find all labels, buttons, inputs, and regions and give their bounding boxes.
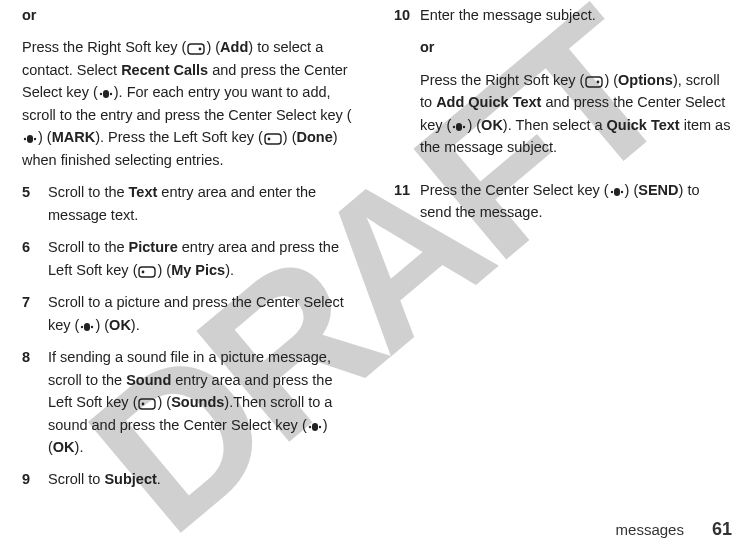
center-select-key-icon (452, 121, 466, 133)
done-label: Done (297, 129, 333, 145)
svg-point-3 (110, 93, 112, 95)
step-number: 8 (22, 346, 48, 458)
svg-rect-24 (456, 123, 462, 131)
recent-calls-label: Recent Calls (121, 62, 208, 78)
svg-point-17 (309, 425, 311, 427)
or-label: or (22, 4, 360, 26)
send-label: SEND (638, 182, 678, 198)
svg-rect-0 (188, 44, 204, 54)
svg-rect-8 (265, 134, 281, 144)
content-columns: or Press the Right Soft key () (Add) to … (22, 0, 732, 519)
svg-point-13 (91, 325, 93, 327)
text-label: Text (129, 184, 158, 200)
text: ) ( (157, 394, 171, 410)
text: Scroll to the (48, 239, 129, 255)
right-soft-key-icon (585, 76, 603, 88)
svg-rect-7 (27, 135, 33, 143)
options-label: Options (618, 72, 673, 88)
step-10: 10 Enter the message subject. or Press t… (394, 4, 732, 169)
text: Press the Center Select key ( (420, 182, 609, 198)
svg-point-16 (142, 403, 145, 406)
quick-text-label: Quick Text (607, 117, 680, 133)
picture-label: Picture (129, 239, 178, 255)
left-soft-key-icon (138, 398, 156, 410)
svg-rect-10 (139, 267, 155, 277)
text: ) ( (604, 72, 618, 88)
text: ) ( (157, 262, 171, 278)
svg-point-23 (463, 126, 465, 128)
page-number: 61 (712, 519, 732, 540)
subject-label: Subject (104, 471, 156, 487)
text: ). (225, 262, 234, 278)
svg-rect-4 (103, 90, 109, 98)
svg-rect-15 (139, 399, 155, 409)
left-column: or Press the Right Soft key () (Add) to … (22, 4, 360, 519)
text: ) ( (206, 39, 220, 55)
text: . (157, 471, 161, 487)
ok-label: OK (481, 117, 503, 133)
svg-point-5 (24, 138, 26, 140)
step-number: 5 (22, 181, 48, 226)
step-number: 9 (22, 468, 48, 490)
center-select-key-icon (610, 186, 624, 198)
text: Scroll to (48, 471, 104, 487)
sound-label: Sound (126, 372, 171, 388)
step-7: 7 Scroll to a picture and press the Cent… (22, 291, 360, 336)
center-select-key-icon (308, 421, 322, 433)
step-6: 6 Scroll to the Picture entry area and p… (22, 236, 360, 281)
svg-point-11 (142, 270, 145, 273)
mark-label: MARK (52, 129, 96, 145)
svg-rect-20 (586, 77, 602, 87)
svg-point-9 (267, 138, 270, 141)
page-footer: messages 61 (22, 519, 732, 548)
text: ) ( (467, 117, 481, 133)
center-select-key-icon (80, 321, 94, 333)
svg-point-22 (453, 126, 455, 128)
svg-point-2 (100, 93, 102, 95)
ok-label: OK (53, 439, 75, 455)
text: Scroll to the (48, 184, 129, 200)
svg-rect-14 (84, 323, 90, 331)
step-9: 9 Scroll to Subject. (22, 468, 360, 490)
svg-point-25 (610, 191, 612, 193)
center-select-key-icon (23, 133, 37, 145)
text: Enter the message subject. (420, 7, 596, 23)
step-number: 11 (394, 179, 420, 224)
text: ) ( (625, 182, 639, 198)
svg-point-1 (199, 48, 202, 51)
text: ). (75, 439, 84, 455)
svg-rect-19 (312, 423, 318, 431)
svg-point-6 (34, 138, 36, 140)
text: ). Press the Left Soft key ( (95, 129, 263, 145)
add-quick-text-label: Add Quick Text (436, 94, 541, 110)
svg-point-26 (620, 191, 622, 193)
text: ) ( (283, 129, 297, 145)
step-number: 7 (22, 291, 48, 336)
svg-point-21 (597, 81, 600, 84)
right-column: 10 Enter the message subject. or Press t… (394, 4, 732, 519)
left-soft-key-icon (264, 133, 282, 145)
ok-label: OK (109, 317, 131, 333)
section-name: messages (616, 521, 684, 538)
svg-rect-27 (614, 188, 620, 196)
step-5: 5 Scroll to the Text entry area and ente… (22, 181, 360, 226)
center-select-key-icon (99, 88, 113, 100)
svg-point-18 (319, 425, 321, 427)
step-8: 8 If sending a sound file in a picture m… (22, 346, 360, 458)
step-11: 11 Press the Center Select key () (SEND)… (394, 179, 732, 224)
step-number: 10 (394, 4, 420, 169)
text: ) ( (95, 317, 109, 333)
left-soft-key-icon (138, 266, 156, 278)
mypics-label: My Pics (171, 262, 225, 278)
step-number: 6 (22, 236, 48, 281)
text: ). (131, 317, 140, 333)
intro-paragraph: Press the Right Soft key () (Add) to sel… (22, 36, 360, 171)
text: ) ( (38, 129, 52, 145)
text: Press the Right Soft key ( (22, 39, 186, 55)
text: Press the Right Soft key ( (420, 72, 584, 88)
svg-point-12 (81, 325, 83, 327)
sounds-label: Sounds (171, 394, 224, 410)
add-label: Add (220, 39, 248, 55)
or-label: or (420, 36, 732, 58)
right-soft-key-icon (187, 43, 205, 55)
